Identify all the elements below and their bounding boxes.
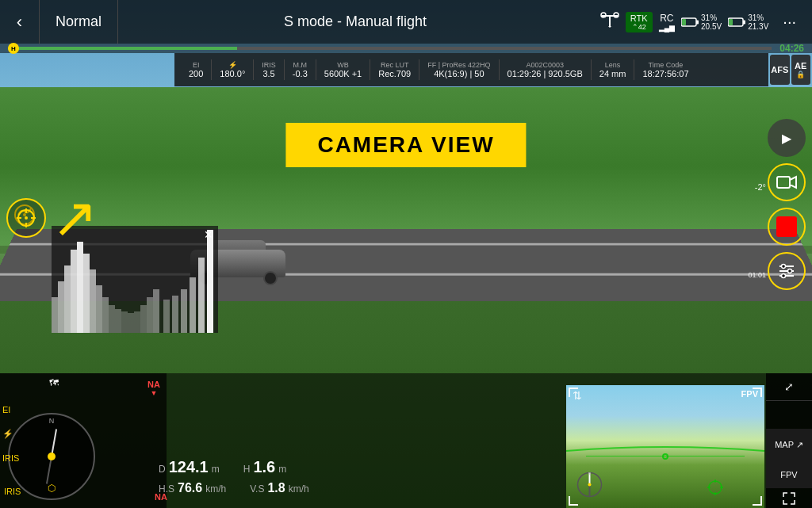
fpv-button[interactable]: FPV — [766, 460, 812, 488]
svg-rect-15 — [58, 281, 64, 333]
svg-rect-19 — [83, 254, 90, 333]
rc-signal: RC ▂▄▆ — [659, 13, 675, 32]
compass-n: N — [49, 417, 55, 425]
rtk-status: RTK ⌃42 — [626, 12, 653, 32]
progress-row: H 04:26 — [0, 44, 812, 53]
expand-button[interactable]: ⤢ — [766, 373, 812, 401]
fpv-drone-icon: ⇅ — [573, 389, 582, 402]
camera-view-label: CAMERA VIEW — [285, 123, 526, 167]
map-icon: 🗺 — [49, 377, 59, 388]
play-icon: ▶ — [782, 131, 791, 146]
altitude-indicator: -2° — [755, 182, 766, 192]
svg-rect-32 — [198, 258, 205, 333]
progress-bar[interactable]: H — [8, 47, 772, 50]
h-marker: H — [8, 43, 19, 54]
cam-mm: M.M -0.3 — [285, 59, 316, 80]
camera-info-bar: EI 200 ⚡ 180.0° IRIS 3.5 M.M -0.3 WB 560… — [174, 53, 768, 86]
rec-badge: 01:01 — [748, 271, 766, 279]
top-bar: ‹ Normal S mode - Manual flight RTK ⌃42 … — [0, 0, 812, 44]
cam-ff: FF | ProRes 422HQ 4K(16:9) | 50 — [419, 59, 499, 80]
fpv-corner-expand — [766, 488, 812, 508]
battery-2: 31% 21.3V — [728, 13, 768, 31]
tele-hs: H.S 76.6 km/h — [159, 481, 226, 495]
bottom-left-panel: 🗺 NA ▼ N ⬡ EI ⚡ IRIS — [0, 373, 167, 508]
playback-button[interactable]: ▶ — [768, 119, 806, 157]
more-button[interactable]: ··· — [775, 13, 804, 31]
rtk-label: RTK — [630, 13, 648, 23]
svg-rect-29 — [147, 297, 153, 333]
svg-rect-36 — [163, 300, 170, 333]
battery-1: 31% 20.5V — [681, 13, 722, 31]
cam-wb: WB 5600K +1 — [316, 59, 370, 80]
video-mode-button[interactable] — [768, 163, 806, 201]
fpv-container: FPV ⇅ N — [566, 385, 764, 508]
svg-rect-9 — [743, 20, 745, 24]
iris-bottom-label: IRIS — [4, 487, 21, 496]
cam-lens: Lens 24 mm — [592, 59, 635, 80]
flight-mode-area: Normal — [40, 0, 118, 44]
right-bottom-panel: ⤢ MAP ↗ FPV — [766, 373, 812, 508]
fpv-label: FPV — [741, 389, 758, 399]
battery-2-percent: 31% — [748, 13, 768, 22]
svg-rect-35 — [172, 296, 178, 333]
ei-label: EI — [2, 405, 19, 414]
compass-ring: N ⬡ — [8, 413, 95, 500]
telemetry-bar: D 124.1 m H 1.6 m H.S 76.6 km/h V.S 1.8 … — [159, 445, 598, 508]
svg-point-50 — [25, 216, 28, 220]
direction-arrow: ↙ — [52, 194, 98, 250]
tele-d: D 124.1 m — [159, 458, 220, 476]
cam-timecode: Time Code 18:27:56:07 — [634, 59, 696, 80]
map-button[interactable]: MAP ↗ — [766, 429, 812, 460]
svg-point-43 — [788, 269, 792, 273]
record-button[interactable] — [768, 208, 806, 246]
svg-rect-14 — [52, 297, 58, 333]
status-area: RTK ⌃42 RC ▂▄▆ 31% 20.5V — [592, 12, 812, 32]
cam-ei: EI 200 — [181, 59, 212, 80]
svg-rect-16 — [64, 265, 71, 333]
compass-center — [48, 453, 56, 460]
drone-icon — [600, 12, 619, 32]
svg-rect-31 — [207, 230, 213, 333]
svg-rect-30 — [153, 289, 159, 333]
ae-button[interactable]: AE 🔒 — [791, 55, 811, 85]
svg-rect-6 — [696, 20, 699, 24]
flight-mode-label: Normal — [56, 13, 102, 30]
svg-rect-17 — [71, 250, 77, 333]
svg-rect-25 — [121, 311, 128, 333]
settings-button[interactable] — [768, 252, 806, 290]
back-button[interactable]: ‹ — [0, 0, 40, 44]
svg-rect-27 — [134, 311, 140, 333]
record-indicator — [776, 216, 797, 237]
svg-rect-10 — [729, 19, 733, 25]
svg-marker-38 — [790, 177, 796, 188]
afs-ae-area: AFS AE 🔒 — [768, 53, 812, 86]
video-camera-icon — [776, 174, 797, 190]
svg-rect-23 — [109, 305, 115, 333]
center-title: S mode - Manual flight — [118, 13, 592, 30]
svg-point-44 — [782, 274, 786, 278]
svg-rect-18 — [77, 242, 83, 333]
fpv-center-dot — [662, 453, 668, 460]
crosshair-icon — [15, 207, 37, 229]
svg-marker-4 — [608, 26, 611, 28]
na-bottom-label: NA — [155, 492, 167, 502]
svg-rect-21 — [96, 285, 102, 333]
fpv-crosshair — [706, 478, 725, 500]
svg-text:N: N — [588, 472, 592, 476]
left-controls — [6, 198, 46, 238]
battery-1-voltage: 20.5V — [701, 22, 722, 31]
svg-rect-7 — [682, 19, 686, 25]
svg-rect-34 — [181, 289, 187, 333]
rtk-value: ⌃42 — [630, 23, 648, 31]
svg-point-56 — [709, 481, 722, 494]
crosshair-button[interactable] — [6, 198, 46, 238]
telemetry-row-2: H.S 76.6 km/h V.S 1.8 km/h — [159, 479, 598, 498]
svg-rect-22 — [102, 297, 109, 333]
iris-label: IRIS — [2, 453, 19, 463]
angle-label: ⚡ — [2, 429, 19, 439]
svg-rect-26 — [128, 313, 134, 333]
cam-iris: IRIS 3.5 — [254, 59, 285, 80]
cam-rec-lut: Rec LUT Rec.709 — [370, 59, 419, 80]
afs-button[interactable]: AFS — [770, 55, 790, 85]
svg-rect-37 — [777, 177, 790, 188]
